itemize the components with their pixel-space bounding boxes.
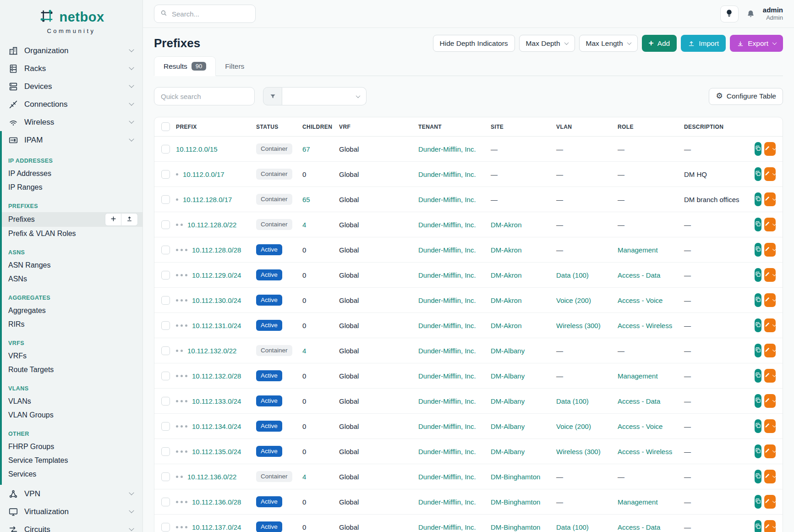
add-button[interactable]: + Add (642, 35, 677, 52)
tenant-link[interactable]: Dunder-Mifflin, Inc. (418, 397, 476, 405)
sidebar-item-devices[interactable]: Devices (0, 77, 142, 95)
prefix-link[interactable]: 10.112.0.0/17 (183, 170, 225, 178)
edit-button[interactable] (764, 142, 776, 156)
tenant-link[interactable]: Dunder-Mifflin, Inc. (418, 170, 476, 178)
vlan-link[interactable]: Data (100) (556, 523, 589, 531)
role-link[interactable]: Access - Wireless (618, 322, 672, 329)
site-link[interactable]: DM-Akron (491, 246, 522, 254)
edit-button[interactable] (764, 293, 776, 307)
tenant-link[interactable]: Dunder-Mifflin, Inc. (418, 322, 476, 329)
role-link[interactable]: Management (618, 498, 658, 506)
row-checkbox[interactable] (161, 372, 170, 380)
site-link[interactable]: DM-Albany (491, 422, 525, 430)
sidebar-item-vrfs[interactable]: VRFs (2, 349, 142, 363)
search-input[interactable] (172, 10, 263, 18)
children-count-link[interactable]: 67 (302, 145, 310, 153)
edit-button[interactable] (764, 419, 776, 433)
copy-button[interactable] (755, 344, 761, 357)
tenant-link[interactable]: Dunder-Mifflin, Inc. (418, 246, 476, 254)
edit-button[interactable] (764, 394, 776, 408)
sidebar-item-service-templates[interactable]: Service Templates (2, 454, 142, 467)
vlan-link[interactable]: Data (100) (556, 397, 589, 405)
prefix-link[interactable]: 10.112.136.0/28 (192, 498, 241, 506)
edit-button[interactable] (764, 369, 776, 383)
edit-button[interactable] (764, 444, 776, 458)
brand[interactable]: netbox Community (0, 0, 142, 37)
copy-button[interactable] (755, 369, 761, 383)
edit-button[interactable] (764, 167, 776, 181)
sidebar-item-asn-ranges[interactable]: ASN Ranges (2, 258, 142, 272)
children-count-link[interactable]: 65 (302, 196, 310, 203)
sidebar-item-rirs[interactable]: RIRs (2, 318, 142, 331)
row-checkbox[interactable] (161, 472, 170, 481)
prefix-link[interactable]: 10.112.130.0/24 (192, 296, 241, 304)
sidebar-item-wireless[interactable]: Wireless (0, 113, 142, 131)
copy-button[interactable] (755, 419, 761, 433)
children-count-link[interactable]: 4 (302, 221, 306, 229)
sidebar-item-ip-ranges[interactable]: IP Ranges (2, 181, 142, 194)
role-link[interactable]: Access - Voice (618, 422, 663, 430)
sidebar-item-services[interactable]: Services (2, 467, 142, 481)
role-link[interactable]: Access - Data (618, 523, 660, 531)
children-count-link[interactable]: 4 (302, 347, 306, 355)
copy-button[interactable] (755, 495, 761, 509)
select-all-checkbox[interactable] (161, 122, 170, 131)
sidebar-item-asns[interactable]: ASNs (2, 272, 142, 286)
copy-button[interactable] (755, 444, 761, 458)
export-button[interactable]: Export (730, 35, 783, 52)
role-link[interactable]: Access - Data (618, 271, 660, 279)
sidebar-item-racks[interactable]: Racks (0, 60, 142, 77)
quick-add-button[interactable] (105, 213, 121, 226)
tenant-link[interactable]: Dunder-Mifflin, Inc. (418, 448, 476, 455)
site-link[interactable]: DM-Albany (491, 347, 525, 355)
sidebar-item-prefixes[interactable]: Prefixes (2, 212, 142, 227)
site-link[interactable]: DM-Albany (491, 397, 525, 405)
tenant-link[interactable]: Dunder-Mifflin, Inc. (418, 296, 476, 304)
copy-button[interactable] (755, 167, 761, 181)
edit-button[interactable] (764, 192, 776, 206)
tenant-link[interactable]: Dunder-Mifflin, Inc. (418, 498, 476, 506)
sidebar-item-vlan-groups[interactable]: VLAN Groups (2, 408, 142, 422)
role-link[interactable]: Management (618, 246, 658, 254)
site-link[interactable]: DM-Akron (491, 271, 522, 279)
copy-button[interactable] (755, 394, 761, 408)
quick-import-button[interactable] (121, 213, 138, 226)
row-checkbox[interactable] (161, 498, 170, 506)
role-link[interactable]: Access - Wireless (618, 448, 672, 455)
prefix-link[interactable]: 10.112.132.0/28 (192, 372, 241, 380)
row-checkbox[interactable] (161, 422, 170, 431)
max-length-dropdown[interactable]: Max Length (579, 35, 638, 52)
copy-button[interactable] (755, 243, 761, 257)
edit-button[interactable] (764, 470, 776, 483)
sidebar-item-prefix-vlan-roles[interactable]: Prefix & VLAN Roles (2, 227, 142, 241)
copy-button[interactable] (755, 218, 761, 231)
sidebar-item-vlans[interactable]: VLANs (2, 395, 142, 408)
prefix-link[interactable]: 10.112.128.0/28 (192, 246, 241, 254)
tenant-link[interactable]: Dunder-Mifflin, Inc. (418, 221, 476, 229)
sidebar-item-organization[interactable]: Organization (0, 42, 142, 60)
copy-button[interactable] (755, 470, 761, 483)
site-link[interactable]: DM-Binghamton (491, 498, 540, 506)
edit-button[interactable] (764, 243, 776, 257)
tab-results[interactable]: Results 90 (154, 56, 216, 76)
copy-button[interactable] (755, 520, 761, 532)
sidebar-item-vpn[interactable]: VPN (0, 485, 142, 503)
configure-table-button[interactable]: ⚙ Configure Table (709, 88, 783, 105)
row-checkbox[interactable] (161, 346, 170, 355)
prefix-link[interactable]: 10.112.132.0/22 (187, 347, 236, 355)
copy-button[interactable] (755, 268, 761, 282)
saved-filter-select[interactable] (282, 87, 367, 105)
edit-button[interactable] (764, 318, 776, 332)
site-link[interactable]: DM-Akron (491, 322, 522, 329)
prefix-link[interactable]: 10.112.133.0/24 (192, 397, 241, 405)
copy-button[interactable] (755, 142, 761, 156)
row-checkbox[interactable] (161, 397, 170, 406)
sidebar-item-aggregates[interactable]: Aggregates (2, 304, 142, 318)
vlan-link[interactable]: Wireless (300) (556, 448, 601, 455)
row-checkbox[interactable] (161, 321, 170, 330)
hide-depth-indicators-button[interactable]: Hide Depth Indicators (433, 35, 515, 52)
row-checkbox[interactable] (161, 523, 170, 532)
row-checkbox[interactable] (161, 220, 170, 229)
site-link[interactable]: DM-Akron (491, 221, 522, 229)
row-checkbox[interactable] (161, 296, 170, 305)
